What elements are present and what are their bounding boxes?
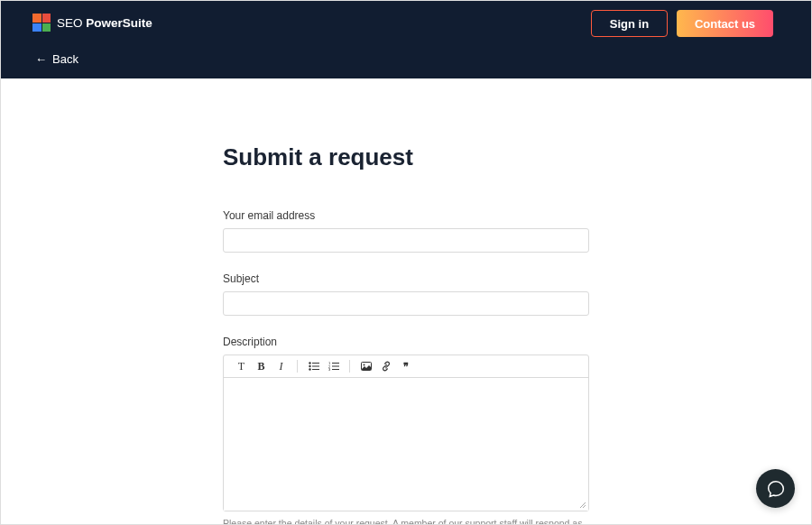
brand-logo[interactable]: SEO PowerSuite — [32, 14, 152, 32]
header-actions: Sign in Contact us — [591, 10, 773, 37]
subject-label: Subject — [223, 272, 589, 285]
contact-button[interactable]: Contact us — [677, 10, 773, 37]
brand-name: SEO PowerSuite — [57, 16, 152, 30]
page-title: Submit a request — [223, 143, 589, 171]
editor-toolbar: T B I — [224, 355, 588, 378]
svg-rect-7 — [332, 363, 339, 364]
main-content: Submit a request Your email address Subj… — [1, 78, 811, 525]
svg-point-2 — [309, 365, 310, 367]
arrow-left-icon: ← — [35, 52, 47, 66]
logo-icon — [32, 14, 51, 32]
number-list-icon: 123 — [328, 362, 339, 371]
subject-field-group: Subject — [223, 272, 589, 316]
link-icon — [381, 361, 392, 372]
email-input[interactable] — [223, 228, 589, 253]
svg-point-13 — [363, 364, 364, 366]
description-label: Description — [223, 336, 589, 348]
toolbar-separator — [297, 360, 298, 373]
svg-point-4 — [309, 368, 310, 370]
bullet-list-button[interactable] — [304, 358, 323, 374]
subject-input[interactable] — [223, 291, 589, 316]
quote-button[interactable]: ❞ — [396, 358, 415, 374]
description-hint: Please enter the details of your request… — [223, 517, 589, 525]
svg-rect-1 — [312, 363, 319, 364]
svg-rect-3 — [312, 366, 319, 367]
italic-button[interactable]: I — [272, 358, 291, 374]
description-textarea[interactable] — [224, 378, 588, 511]
rich-text-editor: T B I — [223, 355, 589, 511]
image-button[interactable] — [356, 358, 375, 374]
number-list-button[interactable]: 123 — [324, 358, 343, 374]
description-field-group: Description T B I — [223, 336, 589, 525]
email-label: Your email address — [223, 209, 589, 222]
chat-icon — [767, 480, 785, 498]
bold-icon: B — [257, 360, 264, 373]
paragraph-icon: T — [238, 360, 245, 373]
request-form: Submit a request Your email address Subj… — [223, 143, 589, 525]
back-label: Back — [52, 52, 78, 66]
chat-widget-button[interactable] — [756, 469, 795, 508]
toolbar-separator — [349, 360, 350, 373]
link-button[interactable] — [376, 358, 395, 374]
image-icon — [361, 362, 372, 371]
signin-button[interactable]: Sign in — [591, 10, 668, 37]
svg-point-0 — [309, 362, 310, 364]
svg-rect-5 — [312, 369, 319, 370]
quote-icon: ❞ — [403, 361, 408, 373]
paragraph-button[interactable]: T — [232, 358, 251, 374]
editor-body — [224, 378, 588, 511]
app-header: SEO PowerSuite Sign in Contact us ← Back — [1, 1, 811, 78]
resize-handle[interactable] — [577, 500, 586, 509]
svg-rect-11 — [332, 369, 339, 370]
bullet-list-icon — [309, 362, 319, 371]
svg-text:3: 3 — [328, 367, 331, 371]
svg-rect-9 — [332, 366, 339, 367]
email-field-group: Your email address — [223, 209, 589, 253]
bold-button[interactable]: B — [252, 358, 271, 374]
italic-icon: I — [280, 360, 283, 373]
back-link[interactable]: ← Back — [35, 52, 78, 66]
